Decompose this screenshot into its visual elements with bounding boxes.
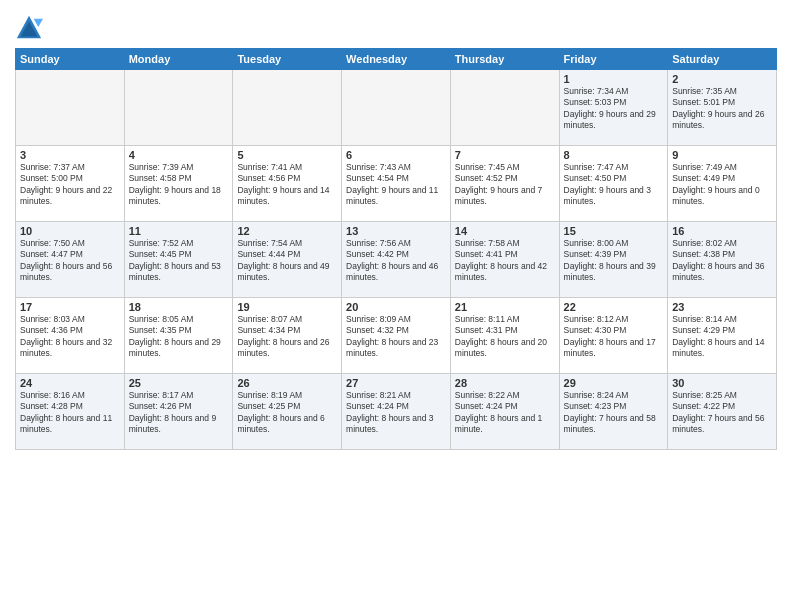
header xyxy=(15,10,777,42)
day-header-wednesday: Wednesday xyxy=(342,49,451,70)
day-info: Sunrise: 7:41 AM Sunset: 4:56 PM Dayligh… xyxy=(237,162,337,208)
day-info: Sunrise: 7:56 AM Sunset: 4:42 PM Dayligh… xyxy=(346,238,446,284)
day-info: Sunrise: 8:07 AM Sunset: 4:34 PM Dayligh… xyxy=(237,314,337,360)
day-info: Sunrise: 8:21 AM Sunset: 4:24 PM Dayligh… xyxy=(346,390,446,436)
calendar-cell: 17Sunrise: 8:03 AM Sunset: 4:36 PM Dayli… xyxy=(16,298,125,374)
day-info: Sunrise: 8:16 AM Sunset: 4:28 PM Dayligh… xyxy=(20,390,120,436)
calendar-cell: 26Sunrise: 8:19 AM Sunset: 4:25 PM Dayli… xyxy=(233,374,342,450)
calendar-cell: 11Sunrise: 7:52 AM Sunset: 4:45 PM Dayli… xyxy=(124,222,233,298)
calendar-cell: 23Sunrise: 8:14 AM Sunset: 4:29 PM Dayli… xyxy=(668,298,777,374)
day-number: 30 xyxy=(672,377,772,389)
day-number: 7 xyxy=(455,149,555,161)
day-number: 8 xyxy=(564,149,664,161)
day-info: Sunrise: 8:05 AM Sunset: 4:35 PM Dayligh… xyxy=(129,314,229,360)
calendar-cell: 9Sunrise: 7:49 AM Sunset: 4:49 PM Daylig… xyxy=(668,146,777,222)
day-number: 25 xyxy=(129,377,229,389)
day-number: 3 xyxy=(20,149,120,161)
calendar-week-1: 1Sunrise: 7:34 AM Sunset: 5:03 PM Daylig… xyxy=(16,70,777,146)
calendar-cell: 21Sunrise: 8:11 AM Sunset: 4:31 PM Dayli… xyxy=(450,298,559,374)
day-header-sunday: Sunday xyxy=(16,49,125,70)
day-number: 24 xyxy=(20,377,120,389)
calendar-week-4: 17Sunrise: 8:03 AM Sunset: 4:36 PM Dayli… xyxy=(16,298,777,374)
day-info: Sunrise: 8:03 AM Sunset: 4:36 PM Dayligh… xyxy=(20,314,120,360)
calendar-week-5: 24Sunrise: 8:16 AM Sunset: 4:28 PM Dayli… xyxy=(16,374,777,450)
day-info: Sunrise: 7:37 AM Sunset: 5:00 PM Dayligh… xyxy=(20,162,120,208)
calendar-cell: 8Sunrise: 7:47 AM Sunset: 4:50 PM Daylig… xyxy=(559,146,668,222)
logo xyxy=(15,14,45,42)
day-info: Sunrise: 8:14 AM Sunset: 4:29 PM Dayligh… xyxy=(672,314,772,360)
calendar-cell: 25Sunrise: 8:17 AM Sunset: 4:26 PM Dayli… xyxy=(124,374,233,450)
calendar-cell: 5Sunrise: 7:41 AM Sunset: 4:56 PM Daylig… xyxy=(233,146,342,222)
day-info: Sunrise: 7:39 AM Sunset: 4:58 PM Dayligh… xyxy=(129,162,229,208)
day-number: 16 xyxy=(672,225,772,237)
day-number: 10 xyxy=(20,225,120,237)
day-number: 2 xyxy=(672,73,772,85)
day-info: Sunrise: 8:11 AM Sunset: 4:31 PM Dayligh… xyxy=(455,314,555,360)
calendar-cell: 16Sunrise: 8:02 AM Sunset: 4:38 PM Dayli… xyxy=(668,222,777,298)
day-info: Sunrise: 7:35 AM Sunset: 5:01 PM Dayligh… xyxy=(672,86,772,132)
calendar-cell: 12Sunrise: 7:54 AM Sunset: 4:44 PM Dayli… xyxy=(233,222,342,298)
day-number: 26 xyxy=(237,377,337,389)
calendar-cell: 13Sunrise: 7:56 AM Sunset: 4:42 PM Dayli… xyxy=(342,222,451,298)
day-number: 18 xyxy=(129,301,229,313)
day-number: 19 xyxy=(237,301,337,313)
calendar-cell: 19Sunrise: 8:07 AM Sunset: 4:34 PM Dayli… xyxy=(233,298,342,374)
day-info: Sunrise: 7:52 AM Sunset: 4:45 PM Dayligh… xyxy=(129,238,229,284)
calendar-cell: 27Sunrise: 8:21 AM Sunset: 4:24 PM Dayli… xyxy=(342,374,451,450)
day-info: Sunrise: 7:45 AM Sunset: 4:52 PM Dayligh… xyxy=(455,162,555,208)
day-info: Sunrise: 7:54 AM Sunset: 4:44 PM Dayligh… xyxy=(237,238,337,284)
day-info: Sunrise: 7:58 AM Sunset: 4:41 PM Dayligh… xyxy=(455,238,555,284)
calendar-table: SundayMondayTuesdayWednesdayThursdayFrid… xyxy=(15,48,777,450)
day-header-thursday: Thursday xyxy=(450,49,559,70)
day-number: 15 xyxy=(564,225,664,237)
day-number: 12 xyxy=(237,225,337,237)
day-number: 13 xyxy=(346,225,446,237)
day-number: 22 xyxy=(564,301,664,313)
day-number: 23 xyxy=(672,301,772,313)
day-number: 27 xyxy=(346,377,446,389)
day-info: Sunrise: 7:34 AM Sunset: 5:03 PM Dayligh… xyxy=(564,86,664,132)
calendar-cell: 29Sunrise: 8:24 AM Sunset: 4:23 PM Dayli… xyxy=(559,374,668,450)
calendar-week-3: 10Sunrise: 7:50 AM Sunset: 4:47 PM Dayli… xyxy=(16,222,777,298)
day-info: Sunrise: 7:50 AM Sunset: 4:47 PM Dayligh… xyxy=(20,238,120,284)
calendar-cell: 3Sunrise: 7:37 AM Sunset: 5:00 PM Daylig… xyxy=(16,146,125,222)
calendar-cell xyxy=(124,70,233,146)
day-number: 11 xyxy=(129,225,229,237)
day-info: Sunrise: 8:22 AM Sunset: 4:24 PM Dayligh… xyxy=(455,390,555,436)
day-info: Sunrise: 7:43 AM Sunset: 4:54 PM Dayligh… xyxy=(346,162,446,208)
calendar-cell: 4Sunrise: 7:39 AM Sunset: 4:58 PM Daylig… xyxy=(124,146,233,222)
calendar-header-row: SundayMondayTuesdayWednesdayThursdayFrid… xyxy=(16,49,777,70)
calendar-cell: 10Sunrise: 7:50 AM Sunset: 4:47 PM Dayli… xyxy=(16,222,125,298)
calendar-cell: 15Sunrise: 8:00 AM Sunset: 4:39 PM Dayli… xyxy=(559,222,668,298)
day-info: Sunrise: 8:19 AM Sunset: 4:25 PM Dayligh… xyxy=(237,390,337,436)
calendar-cell: 20Sunrise: 8:09 AM Sunset: 4:32 PM Dayli… xyxy=(342,298,451,374)
day-info: Sunrise: 8:17 AM Sunset: 4:26 PM Dayligh… xyxy=(129,390,229,436)
calendar-cell: 2Sunrise: 7:35 AM Sunset: 5:01 PM Daylig… xyxy=(668,70,777,146)
day-info: Sunrise: 8:02 AM Sunset: 4:38 PM Dayligh… xyxy=(672,238,772,284)
calendar-week-2: 3Sunrise: 7:37 AM Sunset: 5:00 PM Daylig… xyxy=(16,146,777,222)
day-info: Sunrise: 7:47 AM Sunset: 4:50 PM Dayligh… xyxy=(564,162,664,208)
day-number: 28 xyxy=(455,377,555,389)
day-info: Sunrise: 7:49 AM Sunset: 4:49 PM Dayligh… xyxy=(672,162,772,208)
day-info: Sunrise: 8:00 AM Sunset: 4:39 PM Dayligh… xyxy=(564,238,664,284)
day-info: Sunrise: 8:24 AM Sunset: 4:23 PM Dayligh… xyxy=(564,390,664,436)
calendar-cell: 6Sunrise: 7:43 AM Sunset: 4:54 PM Daylig… xyxy=(342,146,451,222)
day-number: 6 xyxy=(346,149,446,161)
day-info: Sunrise: 8:25 AM Sunset: 4:22 PM Dayligh… xyxy=(672,390,772,436)
day-header-saturday: Saturday xyxy=(668,49,777,70)
calendar-cell: 30Sunrise: 8:25 AM Sunset: 4:22 PM Dayli… xyxy=(668,374,777,450)
calendar-cell: 7Sunrise: 7:45 AM Sunset: 4:52 PM Daylig… xyxy=(450,146,559,222)
calendar-cell: 18Sunrise: 8:05 AM Sunset: 4:35 PM Dayli… xyxy=(124,298,233,374)
calendar-cell: 24Sunrise: 8:16 AM Sunset: 4:28 PM Dayli… xyxy=(16,374,125,450)
day-header-monday: Monday xyxy=(124,49,233,70)
calendar-cell: 28Sunrise: 8:22 AM Sunset: 4:24 PM Dayli… xyxy=(450,374,559,450)
calendar-cell: 1Sunrise: 7:34 AM Sunset: 5:03 PM Daylig… xyxy=(559,70,668,146)
calendar-cell xyxy=(16,70,125,146)
calendar-cell xyxy=(233,70,342,146)
day-number: 29 xyxy=(564,377,664,389)
day-info: Sunrise: 8:12 AM Sunset: 4:30 PM Dayligh… xyxy=(564,314,664,360)
day-number: 1 xyxy=(564,73,664,85)
calendar-cell xyxy=(342,70,451,146)
page-container: SundayMondayTuesdayWednesdayThursdayFrid… xyxy=(0,0,792,455)
day-info: Sunrise: 8:09 AM Sunset: 4:32 PM Dayligh… xyxy=(346,314,446,360)
